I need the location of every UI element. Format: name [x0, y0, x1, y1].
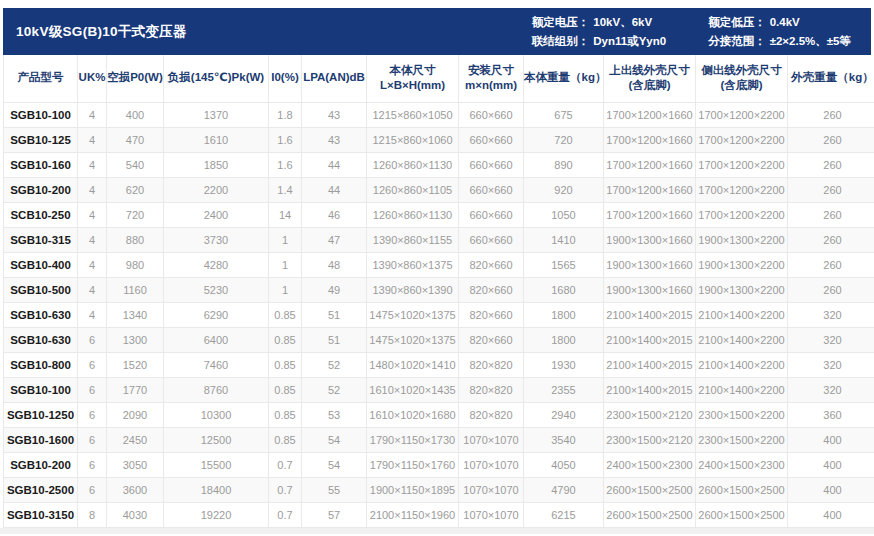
column-header: UK%	[78, 55, 107, 102]
value-cell: 8	[78, 502, 107, 527]
value-cell: 57	[302, 502, 367, 527]
table-row: SGB10-400498042801481390×860×1375820×660…	[4, 252, 874, 277]
value-cell: 820×660	[459, 277, 524, 302]
value-cell: 1260×860×1105	[367, 177, 459, 202]
value-cell: 4	[78, 202, 107, 227]
value-cell: 1	[269, 227, 302, 252]
model-cell: SGB10-100	[4, 102, 78, 127]
table-row: SGB10-5004116052301491390×860×1390820×66…	[4, 277, 874, 302]
value-cell: 1700×1200×1660	[604, 102, 696, 127]
value-cell: 2355	[524, 377, 604, 402]
value-cell: 1260×860×1130	[367, 202, 459, 227]
value-cell: 6	[78, 452, 107, 477]
value-cell: 260	[788, 202, 874, 227]
value-cell: 1700×1200×2200	[696, 202, 788, 227]
value-cell: 820×820	[459, 377, 524, 402]
value-cell: 820×660	[459, 327, 524, 352]
bottom-strip	[0, 528, 874, 534]
column-header: 本体尺寸L×B×H(mm)	[367, 55, 459, 102]
model-cell: SGB10-400	[4, 252, 78, 277]
column-header: 外壳重量（kg）	[788, 55, 874, 102]
value-cell: 6215	[524, 502, 604, 527]
value-cell: 53	[302, 402, 367, 427]
spec-lv-voltage: 额定低压：0.4kV	[708, 15, 851, 30]
value-cell: 6	[78, 327, 107, 352]
value-cell: 400	[788, 452, 874, 477]
value-cell: 3600	[107, 477, 164, 502]
value-cell: 1800	[524, 302, 604, 327]
table-row: SGB10-200462022001.4441260×860×1105660×6…	[4, 177, 874, 202]
column-header: 侧出线外壳尺寸(含底脚)	[696, 55, 788, 102]
value-cell: 52	[302, 377, 367, 402]
value-cell: 7460	[164, 352, 269, 377]
value-cell: 0.85	[269, 327, 302, 352]
value-cell: 1410	[524, 227, 604, 252]
model-cell: SGB10-630	[4, 327, 78, 352]
table-row: SGB10-8006152074600.85521480×1020×141082…	[4, 352, 874, 377]
value-cell: 1520	[107, 352, 164, 377]
value-cell: 2090	[107, 402, 164, 427]
value-cell: 400	[788, 427, 874, 452]
model-cell: SGB10-315	[4, 227, 78, 252]
value-cell: 260	[788, 177, 874, 202]
spec-label: 联结组别：	[532, 35, 590, 47]
table-row: SGB10-160454018501.6441260×860×1130660×6…	[4, 152, 874, 177]
value-cell: 6	[78, 377, 107, 402]
value-cell: 1160	[107, 277, 164, 302]
value-cell: 6	[78, 427, 107, 452]
value-cell: 1700×1200×2200	[696, 177, 788, 202]
value-cell: 0.85	[269, 427, 302, 452]
value-cell: 540	[107, 152, 164, 177]
value-cell: 6	[78, 477, 107, 502]
value-cell: 320	[788, 327, 874, 352]
value-cell: 54	[302, 452, 367, 477]
value-cell: 1610	[164, 127, 269, 152]
value-cell: 18400	[164, 477, 269, 502]
value-cell: 820×820	[459, 352, 524, 377]
value-cell: 1800	[524, 327, 604, 352]
column-header: 安装尺寸m×n(mm)	[459, 55, 524, 102]
value-cell: 46	[302, 202, 367, 227]
value-cell: 44	[302, 177, 367, 202]
value-cell: 4	[78, 252, 107, 277]
model-cell: SGB10-200	[4, 177, 78, 202]
value-cell: 1480×1020×1410	[367, 352, 459, 377]
value-cell: 660×660	[459, 202, 524, 227]
spec-value: ±2×2.5%、±5等	[770, 35, 851, 47]
spec-label: 分接范围：	[708, 35, 766, 47]
value-cell: 660×660	[459, 127, 524, 152]
table-row: SGB10-125447016101.6431215×860×1060660×6…	[4, 127, 874, 152]
value-cell: 1070×1070	[459, 427, 524, 452]
value-cell: 8760	[164, 377, 269, 402]
model-cell: SGB10-2500	[4, 477, 78, 502]
value-cell: 0.85	[269, 302, 302, 327]
value-cell: 720	[107, 202, 164, 227]
model-cell: SGB10-800	[4, 352, 78, 377]
value-cell: 1900×1300×2200	[696, 227, 788, 252]
value-cell: 48	[302, 252, 367, 277]
value-cell: 1.8	[269, 102, 302, 127]
value-cell: 4	[78, 102, 107, 127]
value-cell: 51	[302, 302, 367, 327]
value-cell: 6290	[164, 302, 269, 327]
value-cell: 320	[788, 302, 874, 327]
value-cell: 5230	[164, 277, 269, 302]
value-cell: 2100×1400×2015	[604, 327, 696, 352]
value-cell: 1370	[164, 102, 269, 127]
table-row: SGB10-20063050155000.7541790×1150×176010…	[4, 452, 874, 477]
value-cell: 890	[524, 152, 604, 177]
column-header: LPA(AN)dB	[302, 55, 367, 102]
value-cell: 0.85	[269, 377, 302, 402]
value-cell: 4030	[107, 502, 164, 527]
value-cell: 2300×1500×2120	[604, 402, 696, 427]
value-cell: 1900×1300×2200	[696, 252, 788, 277]
spec-table: 产品型号UK%空损P0(W)负损(145℃)Pk(W)I0(%)LPA(AN)d…	[3, 55, 874, 528]
value-cell: 1475×1020×1375	[367, 327, 459, 352]
value-cell: 43	[302, 127, 367, 152]
value-cell: 4	[78, 127, 107, 152]
value-cell: 47	[302, 227, 367, 252]
spec-tapping-range: 分接范围：±2×2.5%、±5等	[708, 34, 851, 49]
value-cell: 1610×1020×1435	[367, 377, 459, 402]
value-cell: 1	[269, 252, 302, 277]
value-cell: 4	[78, 277, 107, 302]
